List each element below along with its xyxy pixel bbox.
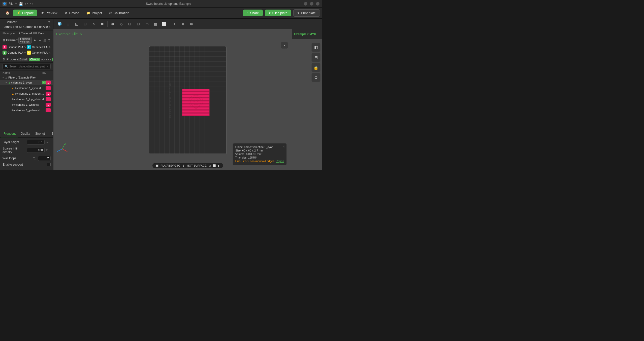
search-container: 🔍 ×: [3, 64, 51, 69]
tree-row-2[interactable]: ▲✚valentine 1_cyan.stl1: [0, 85, 53, 91]
viewport-close-button[interactable]: ×: [281, 42, 288, 49]
vp-paint-btn[interactable]: ◈: [179, 20, 187, 28]
vp-flatten-btn[interactable]: ⊟: [134, 20, 142, 28]
lock-button[interactable]: 🔒: [311, 63, 320, 72]
viewport-canvas[interactable]: Example File ✎ Bambu Textured PEI Plate: [53, 29, 322, 170]
minimize-button[interactable]: [304, 2, 307, 6]
thumbnail-button[interactable]: ⊟: [311, 53, 320, 62]
close-button[interactable]: [316, 2, 319, 6]
global-tag[interactable]: Global: [18, 58, 28, 61]
filament-section: ⊞ Filament Flushing volumes + − 🖨 ⚙ 1 Ge…: [0, 36, 53, 56]
filament-edit-1[interactable]: ✎: [24, 46, 26, 49]
search-input[interactable]: [9, 65, 46, 68]
vp-lines-btn[interactable]: ≣: [98, 20, 106, 28]
prepare-button[interactable]: ⚡ Prepare: [13, 10, 37, 16]
add-filament-button[interactable]: +: [33, 38, 37, 43]
plate-icon-0: 🖨: [5, 76, 8, 79]
vp-text-btn[interactable]: T: [170, 20, 178, 28]
home-button[interactable]: 🏠: [2, 10, 13, 16]
tree-fila-6: 1: [46, 108, 51, 112]
obj-info-size: Size: 60 x 60 x 2.7 mm: [235, 149, 284, 152]
project-button[interactable]: 📁 Project: [83, 10, 105, 16]
tree-row-5[interactable]: ✚valentine 1_white.stl1: [0, 102, 53, 107]
print-bed[interactable]: Bambu Textured PEI Plate: [149, 46, 227, 154]
flushing-volumes-button[interactable]: Flushing volumes: [18, 37, 31, 44]
filament-item-1: 1 Generic PLA ✎: [3, 45, 26, 50]
tab-speed[interactable]: Speed: [49, 130, 53, 137]
slice-arrow-icon: ▾: [269, 11, 271, 15]
advance-label: Advance: [41, 58, 51, 61]
vp-rotate-btn[interactable]: ◇: [117, 20, 125, 28]
preview-button[interactable]: 👁 Preview: [37, 10, 61, 16]
tab-quality[interactable]: Quality: [18, 130, 33, 137]
warn-icon-3: ▲: [12, 92, 14, 95]
save-icon[interactable]: 💾: [19, 2, 23, 6]
vp-scale-btn[interactable]: ⊡: [126, 20, 134, 28]
wall-loops-input[interactable]: [38, 156, 51, 161]
printer-edit-icon[interactable]: ✎: [48, 25, 51, 29]
file-menu[interactable]: File: [9, 2, 13, 6]
print-button[interactable]: ▾ Print plate: [293, 9, 320, 17]
tree-row-6[interactable]: ✚valentine 1_yellow.stl1: [0, 107, 53, 113]
svg-point-2: [197, 99, 199, 101]
layer-height-input[interactable]: [27, 140, 45, 145]
filament-name-4: Generic PLA: [32, 51, 48, 54]
filament-edit-2[interactable]: ✎: [49, 46, 51, 49]
vp-cube-btn[interactable]: 🧊: [55, 20, 63, 28]
redo-icon[interactable]: ↪: [30, 2, 33, 6]
share-button[interactable]: ↑ Share: [243, 10, 263, 16]
bed-model[interactable]: [182, 89, 209, 116]
tree-row-3[interactable]: ▲✚valentine 1_magenta.stl1: [0, 91, 53, 96]
undo-icon[interactable]: ↩: [25, 2, 28, 6]
layers-button[interactable]: ◧: [311, 43, 320, 52]
tab-frequent[interactable]: Frequent: [1, 130, 18, 137]
calibration-button[interactable]: ⚖ Calibration: [106, 10, 133, 16]
settings-2-button[interactable]: ⚙: [311, 73, 320, 82]
tree-row-4[interactable]: ✚valentine 1_top_white.stl1: [0, 96, 53, 102]
vp-orient-btn[interactable]: ◱: [73, 20, 81, 28]
svg-point-0: [189, 95, 203, 107]
repair-link[interactable]: Repair: [276, 160, 284, 163]
slice-button[interactable]: ▾ Slice plate: [265, 10, 291, 16]
device-button[interactable]: 🖥 Device: [61, 10, 83, 16]
title-bar: 🔷 File ▾ 💾 ↩ ↪ Sweethearts Lithophane Ex…: [0, 0, 322, 8]
tree-check-1[interactable]: ✓: [42, 81, 46, 84]
objects-tag[interactable]: Objects: [29, 58, 40, 61]
sparse-infill-label: Sparse infill density: [3, 147, 27, 154]
vp-view-btn[interactable]: ⊟: [81, 20, 89, 28]
vp-split-btn[interactable]: ▤: [151, 20, 159, 28]
filament-settings-icon[interactable]: ⚙: [47, 38, 51, 42]
tree-row-0[interactable]: ▾🖨Plate 1 (Example File): [0, 75, 53, 80]
tree-name-5: valentine 1_white.stl: [14, 103, 46, 106]
enable-support-checkbox[interactable]: [47, 163, 51, 166]
sparse-infill-input[interactable]: [27, 148, 45, 153]
plate-type-selector[interactable]: ▾ Textured PEI Plate: [19, 31, 44, 35]
obj-info-close-button[interactable]: ×: [283, 144, 285, 148]
vp-grid-btn[interactable]: ⊞: [64, 20, 72, 28]
process-header: ⊙ Process Global Objects Advance ☰ ⊞: [3, 57, 51, 61]
filament-edit-3[interactable]: ✎: [24, 51, 26, 54]
vp-support-btn[interactable]: ⊕: [187, 20, 196, 28]
remove-filament-button[interactable]: −: [38, 38, 42, 43]
sparse-infill-unit: %: [46, 149, 51, 152]
tab-strength[interactable]: Strength: [33, 130, 49, 137]
tree-fila-5: 1: [46, 103, 51, 107]
object-tree[interactable]: Name Fila. ▾🖨Plate 1 (Example File)▾▲val…: [0, 70, 53, 130]
tree-fila-header: Fila.: [40, 71, 47, 74]
vp-circle-btn[interactable]: ○: [90, 20, 98, 28]
printer-settings-icon[interactable]: ⚙: [47, 20, 51, 24]
vp-rect-btn[interactable]: ▭: [143, 20, 151, 28]
maximize-button[interactable]: [310, 2, 313, 6]
calibration-icon: ⚖: [109, 11, 112, 15]
wall-loops-stepper[interactable]: ⇅: [33, 156, 36, 160]
status-icon-2: 🌡: [182, 164, 185, 167]
print-dropdown-icon: ▾: [298, 11, 299, 15]
tree-fila-2: 1: [46, 86, 51, 90]
filament-edit-4[interactable]: ✎: [49, 51, 51, 54]
search-clear-icon[interactable]: ×: [47, 65, 48, 68]
filament-print-icon[interactable]: 🖨: [43, 38, 46, 42]
preview-icon: 👁: [41, 11, 44, 15]
vp-merge-btn[interactable]: ⬜: [160, 20, 168, 28]
vp-move-btn[interactable]: ⊕: [109, 20, 117, 28]
tree-row-1[interactable]: ▾▲valentine 1_cyan✓1: [0, 80, 53, 85]
